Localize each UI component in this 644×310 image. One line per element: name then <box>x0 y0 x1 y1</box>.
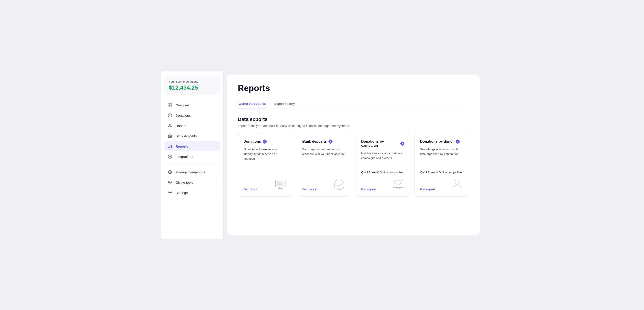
svg-point-29 <box>455 180 459 184</box>
svg-rect-2 <box>168 105 170 107</box>
donations-card-header: Donations i <box>244 140 286 144</box>
sidebar-item-integrations[interactable]: Integrations <box>164 152 220 162</box>
integrations-icon <box>168 154 172 159</box>
donations-by-donor-compatible: QuickBooks® Online compatible <box>420 171 463 174</box>
donations-card-title: Donations <box>244 140 261 144</box>
svg-point-4 <box>168 114 172 117</box>
donations-by-donor-card[interactable]: Donations by donor i See who gave how mu… <box>414 134 469 197</box>
sidebar-item-giving-tools[interactable]: Giving tools › <box>164 178 220 187</box>
settings-icon <box>168 190 172 195</box>
sidebar-item-donors-label: Donors <box>176 124 186 128</box>
svg-point-5 <box>169 124 170 126</box>
svg-rect-13 <box>171 145 172 148</box>
svg-rect-11 <box>168 147 169 148</box>
sidebar: Your lifetime donations $12,434.25 Overv… <box>161 71 224 239</box>
sidebar-item-overview-label: Overview <box>176 103 190 107</box>
sidebar-item-donors[interactable]: Donors <box>164 121 220 130</box>
svg-rect-10 <box>170 136 171 137</box>
monitor-illustration <box>274 178 286 191</box>
donations-by-donor-card-header: Donations by donor i <box>420 140 463 144</box>
sidebar-item-manage-campaigns-label: Manage campaigns <box>176 170 205 174</box>
sidebar-item-reports-label: Reports <box>176 144 188 148</box>
svg-rect-8 <box>169 136 170 137</box>
bank-deposits-card-title: Bank deposits <box>302 140 327 144</box>
donations-by-campaign-info-icon[interactable]: i <box>400 142 404 146</box>
svg-rect-12 <box>170 146 170 148</box>
donations-by-campaign-get-report-link[interactable]: Get report <box>361 188 376 191</box>
sidebar-item-donations-label: Donations <box>176 114 191 117</box>
svg-rect-25 <box>277 184 282 184</box>
donations-by-campaign-compatible: QuickBooks® Online compatible <box>361 171 404 174</box>
svg-point-20 <box>170 192 171 193</box>
donations-by-donor-card-title: Donations by donor <box>420 140 454 144</box>
svg-point-19 <box>168 181 172 184</box>
donations-by-campaign-card-desc: Insights into your organization's campai… <box>361 151 404 168</box>
svg-point-6 <box>171 124 172 126</box>
nav-divider <box>164 164 220 164</box>
person-illustration <box>451 178 463 191</box>
section-description: Import-friendly reports built for easy u… <box>238 124 469 128</box>
lifetime-card: Your lifetime donations $12,434.25 <box>164 76 220 95</box>
sidebar-nav: Overview Donations <box>164 100 220 198</box>
chart-icon <box>168 144 172 149</box>
campaigns-icon <box>168 170 172 174</box>
sidebar-item-overview[interactable]: Overview <box>164 100 220 110</box>
lifetime-label: Your lifetime donations <box>169 80 215 83</box>
svg-point-27 <box>334 180 344 190</box>
svg-point-15 <box>169 156 171 157</box>
donations-card[interactable]: Donations i Financial software import-fr… <box>238 134 292 197</box>
sidebar-item-settings[interactable]: Settings › <box>164 188 220 198</box>
donations-info-icon[interactable]: i <box>263 140 267 144</box>
giving-icon <box>168 180 172 185</box>
lifetime-amount: $12,434.25 <box>169 84 215 91</box>
svg-rect-1 <box>170 103 172 105</box>
sidebar-item-settings-label: Settings <box>176 191 188 195</box>
sidebar-item-bank-deposits-label: Bank deposits <box>176 134 196 138</box>
svg-rect-0 <box>168 103 170 105</box>
chevron-right-icon: › <box>216 181 216 184</box>
sidebar-item-donations[interactable]: Donations <box>164 110 220 120</box>
heart-icon <box>168 113 172 118</box>
sidebar-item-bank-deposits[interactable]: Bank deposits <box>164 131 220 141</box>
bank-deposits-card[interactable]: Bank deposits i Bank deposits and refund… <box>297 134 351 197</box>
cards-grid: Donations i Financial software import-fr… <box>238 134 469 197</box>
users-icon <box>168 123 172 128</box>
svg-rect-24 <box>277 182 283 183</box>
tab-report-history[interactable]: Report history <box>273 100 296 108</box>
donations-by-donor-card-footer: Get report <box>420 178 463 191</box>
checkmark-illustration <box>333 178 346 191</box>
svg-rect-26 <box>277 184 282 185</box>
donations-by-campaign-card-header: Donations by campaign i <box>361 140 404 148</box>
donations-by-donor-info-icon[interactable]: i <box>456 140 460 144</box>
svg-rect-9 <box>170 136 170 137</box>
bank-deposits-card-footer: Get report <box>302 178 346 191</box>
sidebar-item-manage-campaigns[interactable]: Manage campaigns <box>164 167 220 177</box>
bank-deposits-card-header: Bank deposits i <box>302 140 346 144</box>
svg-rect-28 <box>393 181 403 188</box>
donations-by-donor-card-desc: See who gave how much with data organize… <box>420 147 463 168</box>
donations-by-campaign-card-title: Donations by campaign <box>361 140 398 148</box>
bank-deposits-card-desc: Bank deposits and refunds to reconcile w… <box>302 147 346 174</box>
donations-get-report-link[interactable]: Get report <box>244 188 259 191</box>
app-container: Your lifetime donations $12,434.25 Overv… <box>161 71 483 239</box>
sidebar-item-giving-tools-label: Giving tools <box>176 180 193 184</box>
sidebar-item-reports[interactable]: Reports <box>164 141 220 151</box>
donations-card-desc: Financial software import-friendly, fund… <box>244 147 286 174</box>
tabs: Generate reports Report history <box>238 100 469 108</box>
donations-by-campaign-card[interactable]: Donations by campaign i Insights into yo… <box>356 134 410 197</box>
donations-by-campaign-card-footer: Get report <box>361 178 404 191</box>
grid-icon <box>168 102 172 108</box>
tab-generate-reports[interactable]: Generate reports <box>238 100 267 108</box>
main-content: Reports Generate reports Report history … <box>227 74 480 236</box>
envelope-illustration <box>392 178 404 191</box>
donations-by-donor-get-report-link[interactable]: Get report <box>420 188 435 191</box>
page-title: Reports <box>238 84 469 93</box>
bank-deposits-info-icon[interactable]: i <box>328 140 332 144</box>
bank-deposits-get-report-link[interactable]: Get report <box>302 188 318 191</box>
svg-rect-3 <box>170 105 172 107</box>
svg-rect-23 <box>277 182 280 182</box>
chevron-right-icon-settings: › <box>216 191 216 194</box>
sidebar-item-integrations-label: Integrations <box>176 155 193 158</box>
donations-card-footer: Get report <box>244 178 286 191</box>
section-title: Data exports <box>238 116 469 122</box>
